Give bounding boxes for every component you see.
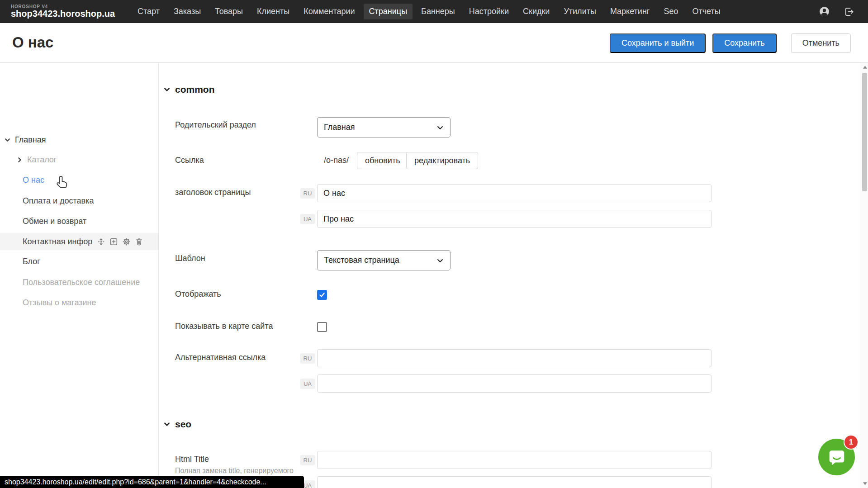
- lang-badge-ru: RU: [300, 353, 315, 364]
- nav-banners[interactable]: Баннеры: [416, 4, 460, 19]
- alt-link-label: Альтернативная ссылка: [175, 353, 266, 362]
- header-buttons: Сохранить и выйти Сохранить Отменить: [610, 33, 851, 53]
- tree-item-obmen[interactable]: Обмен и возврат: [0, 213, 158, 230]
- parent-section-label: Родительский раздел: [175, 120, 256, 130]
- tree-item-blog[interactable]: Блог: [0, 253, 158, 270]
- tree-item-soglashenie[interactable]: Пользовательское соглашение: [0, 274, 158, 291]
- logout-icon[interactable]: [844, 6, 854, 17]
- page-title-ua-value: Про нас: [323, 214, 354, 224]
- page-title-ua-input[interactable]: Про нас: [317, 210, 711, 228]
- cancel-button[interactable]: Отменить: [791, 33, 851, 53]
- nav-utilities[interactable]: Утилиты: [558, 4, 601, 19]
- link-label: Ссылка: [175, 156, 204, 165]
- chevron-down-icon[interactable]: [5, 137, 10, 143]
- chevron-down-icon: [436, 257, 444, 264]
- html-title-hint: Полная замена title, генерируемого: [175, 467, 294, 475]
- section-common[interactable]: common: [164, 84, 215, 95]
- chevron-down-icon: [436, 124, 444, 131]
- nav-comments[interactable]: Комментарии: [298, 4, 360, 19]
- nav-reports[interactable]: Отчеты: [687, 4, 726, 19]
- alt-link-ru-input[interactable]: [317, 349, 711, 367]
- tree-item-katalog[interactable]: Каталог: [0, 151, 158, 168]
- section-title: seo: [175, 419, 191, 430]
- nav-settings[interactable]: Настройки: [464, 4, 514, 19]
- tree-item-actions: [97, 237, 143, 246]
- move-icon[interactable]: [97, 237, 105, 246]
- page-title-ru-input[interactable]: О нас: [317, 184, 711, 202]
- scroll-thumb[interactable]: [862, 73, 867, 191]
- template-select[interactable]: Текстовая страница: [317, 250, 451, 270]
- chevron-right-icon[interactable]: [17, 157, 23, 163]
- nav-marketing[interactable]: Маркетинг: [605, 4, 655, 19]
- top-navbar: HOROSHOP V4 shop34423.horoshop.ua Старт …: [0, 0, 868, 23]
- nav-products[interactable]: Товары: [209, 4, 248, 19]
- page-header: О нас Сохранить и выйти Сохранить Отмени…: [0, 23, 868, 63]
- page-title-label: заголовок страницы: [175, 188, 251, 197]
- sitemap-label: Показывать в карте сайта: [175, 322, 273, 331]
- page-edit-form: common Родительский раздел Главная Ссылк…: [159, 63, 861, 488]
- chat-bubble-icon: [827, 448, 846, 467]
- settings-icon[interactable]: [122, 237, 131, 246]
- tree-item-label: О нас: [23, 175, 44, 185]
- html-title-label: Html Title: [175, 455, 209, 464]
- save-button[interactable]: Сохранить: [712, 33, 776, 53]
- template-value: Текстовая страница: [324, 256, 399, 265]
- parent-section-select[interactable]: Главная: [317, 117, 451, 137]
- nav-discounts[interactable]: Скидки: [517, 4, 555, 19]
- html-title-ua-input[interactable]: [317, 476, 711, 488]
- chat-widget-button[interactable]: 1: [818, 439, 855, 475]
- add-icon[interactable]: [109, 237, 118, 246]
- nav-start[interactable]: Старт: [132, 4, 165, 19]
- pages-tree-sidebar: Главная Каталог О нас Оплата и доставка …: [0, 63, 159, 488]
- tree-item-o-nas[interactable]: О нас: [0, 171, 158, 189]
- tree-item-label: Оплата и доставка: [23, 196, 94, 206]
- save-and-exit-button[interactable]: Сохранить и выйти: [610, 33, 706, 53]
- html-title-ru-input[interactable]: [317, 451, 711, 469]
- template-label: Шаблон: [175, 254, 205, 263]
- lang-badge-ua: UA: [300, 214, 315, 224]
- page-title: О нас: [12, 34, 53, 51]
- chat-unread-badge: 1: [844, 435, 859, 450]
- display-checkbox[interactable]: [317, 290, 327, 300]
- nav-seo[interactable]: Seo: [658, 4, 683, 19]
- display-label: Отображать: [175, 289, 221, 299]
- tree-item-label: Контактная инфор: [23, 237, 92, 246]
- link-path: /o-nas/: [324, 156, 349, 165]
- tree-item-label: Блог: [23, 257, 40, 266]
- scroll-down-icon[interactable]: [862, 482, 868, 485]
- browser-status-bar: shop34423.horoshop.ua/edit/edit.php?id=6…: [0, 476, 304, 488]
- logo[interactable]: HOROSHOP V4 shop34423.horoshop.ua: [11, 5, 124, 19]
- scroll-up-icon[interactable]: [862, 66, 868, 69]
- nav-clients[interactable]: Клиенты: [251, 4, 295, 19]
- nav-pages[interactable]: Страницы: [364, 4, 413, 19]
- page-title-ru-value: О нас: [323, 189, 345, 198]
- chevron-down-icon: [164, 421, 170, 427]
- logo-domain: shop34423.horoshop.ua: [11, 9, 124, 19]
- nav-orders[interactable]: Заказы: [168, 4, 206, 19]
- link-edit-button[interactable]: редактировать: [406, 152, 478, 169]
- chevron-down-icon: [164, 86, 170, 93]
- tree-item-otzyvy[interactable]: Отзывы о магазине: [0, 294, 158, 311]
- section-title: common: [175, 84, 215, 95]
- tree-item-label: Отзывы о магазине: [23, 298, 96, 308]
- account-icon[interactable]: [819, 6, 830, 17]
- tree-item-label: Каталог: [27, 155, 57, 165]
- tree-item-label: Пользовательское соглашение: [23, 278, 140, 287]
- tree-item-label: Обмен и возврат: [23, 217, 86, 226]
- section-seo[interactable]: seo: [164, 419, 191, 430]
- tree-item-label: Главная: [15, 135, 46, 145]
- tree-item-glavnaya[interactable]: Главная: [0, 131, 158, 148]
- tree-item-oplata[interactable]: Оплата и доставка: [0, 192, 158, 209]
- lang-badge-ru: RU: [300, 188, 315, 199]
- alt-link-ua-input[interactable]: [317, 374, 711, 393]
- vertical-scrollbar[interactable]: [861, 63, 868, 488]
- main-menu: Старт Заказы Товары Клиенты Комментарии …: [132, 4, 726, 19]
- delete-icon[interactable]: [135, 237, 143, 246]
- link-refresh-button[interactable]: обновить: [357, 152, 408, 169]
- sitemap-checkbox[interactable]: [317, 322, 327, 332]
- lang-badge-ru: RU: [300, 455, 315, 465]
- nav-right-icons: [819, 6, 854, 17]
- lang-badge-ua: UA: [300, 379, 315, 389]
- status-url: shop34423.horoshop.ua/edit/edit.php?id=6…: [5, 478, 266, 486]
- tree-item-kontaktnaya[interactable]: Контактная инфор: [0, 233, 158, 250]
